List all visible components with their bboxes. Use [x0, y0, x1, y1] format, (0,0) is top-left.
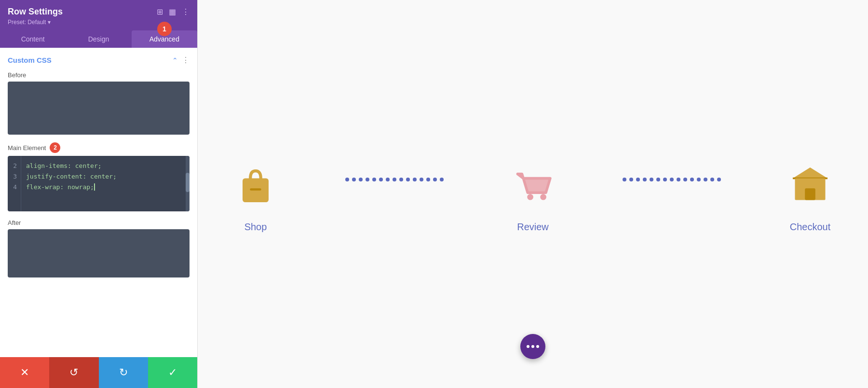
svg-point-4 — [540, 194, 546, 200]
fab-dots-icon — [527, 345, 539, 348]
header-icons: ⊞ ▦ ⋮ — [157, 7, 190, 16]
badge-1: 1 — [157, 22, 172, 36]
tab-design[interactable]: Design — [66, 30, 131, 48]
canvas-area: Shop — [198, 0, 868, 388]
panel-bottom-bar: ✕ ↺ ↻ ✓ — [0, 357, 197, 388]
redo-button[interactable]: ↻ — [99, 357, 148, 388]
columns-icon[interactable]: ▦ — [169, 7, 176, 16]
cancel-button[interactable]: ✕ — [0, 357, 49, 388]
step-review: Review — [504, 156, 562, 233]
main-element-text: Main Element — [8, 144, 46, 152]
svg-point-3 — [527, 194, 533, 200]
before-css-input[interactable] — [8, 82, 190, 135]
redo-icon: ↻ — [119, 366, 128, 379]
code-content[interactable]: align-items: center; justify-content: ce… — [21, 156, 190, 211]
undo-button[interactable]: ↺ — [49, 357, 98, 388]
checkout-label: Checkout — [790, 222, 831, 233]
dots-line-1 — [345, 178, 444, 181]
panel-body: Custom CSS ⌃ ⋮ Before Main Element 2 2 3… — [0, 48, 197, 357]
code-scrollbar-thumb[interactable] — [186, 173, 190, 192]
panel-tabs: Content Design 1 Advanced — [0, 30, 197, 48]
shop-icon — [227, 156, 285, 214]
more-icon[interactable]: ⋮ — [182, 7, 190, 16]
step-checkout: Checkout — [781, 156, 839, 233]
confirm-button[interactable]: ✓ — [148, 357, 197, 388]
tab-advanced[interactable]: 1 Advanced — [132, 30, 197, 48]
panel-title: Row Settings — [8, 7, 63, 17]
cart-icon — [504, 156, 562, 214]
svg-rect-1 — [250, 188, 261, 191]
store-icon — [781, 156, 839, 214]
code-scrollbar[interactable] — [186, 156, 190, 211]
code-line-numbers: 2 3 4 — [8, 156, 21, 211]
custom-css-title: Custom CSS — [8, 56, 52, 64]
section-controls: ⌃ ⋮ — [172, 55, 190, 65]
connector-1 — [285, 178, 504, 210]
left-panel: Row Settings ⊞ ▦ ⋮ Preset: Default ▾ Con… — [0, 0, 198, 388]
tab-content[interactable]: Content — [0, 30, 66, 48]
fab-button[interactable] — [520, 334, 545, 359]
review-label: Review — [517, 222, 549, 233]
main-element-label-wrap: Main Element 2 — [8, 142, 190, 153]
collapse-arrow[interactable]: ⌃ — [172, 56, 178, 64]
svg-rect-7 — [805, 188, 815, 200]
cancel-icon: ✕ — [20, 366, 29, 379]
badge-2: 2 — [50, 142, 60, 153]
canvas-content: Shop — [198, 156, 868, 233]
after-css-input[interactable] — [8, 229, 190, 277]
main-element-code-editor[interactable]: 2 3 4 align-items: center; justify-conte… — [8, 156, 190, 211]
step-shop: Shop — [227, 156, 285, 233]
undo-icon: ↺ — [69, 366, 78, 379]
section-options[interactable]: ⋮ — [182, 55, 190, 65]
dots-line-2 — [623, 178, 721, 181]
confirm-icon: ✓ — [168, 366, 177, 379]
after-label: After — [8, 219, 190, 226]
custom-css-header: Custom CSS ⌃ ⋮ — [8, 55, 190, 65]
shop-label: Shop — [244, 222, 267, 233]
connector-2 — [562, 178, 781, 210]
before-label: Before — [8, 71, 190, 79]
expand-icon[interactable]: ⊞ — [157, 7, 163, 16]
